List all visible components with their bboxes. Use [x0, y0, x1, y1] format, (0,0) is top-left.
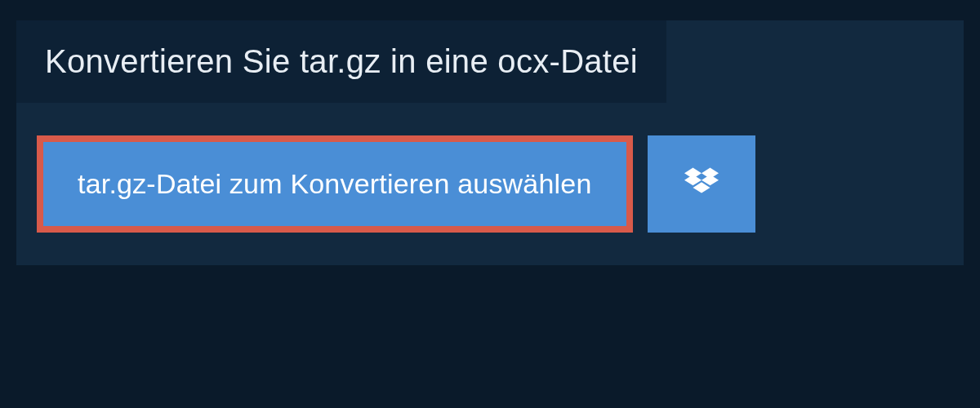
select-file-highlight: tar.gz-Datei zum Konvertieren auswählen	[37, 135, 633, 233]
file-select-row: tar.gz-Datei zum Konvertieren auswählen	[16, 103, 964, 233]
page-title: Konvertieren Sie tar.gz in eine ocx-Date…	[45, 43, 638, 80]
converter-panel: Konvertieren Sie tar.gz in eine ocx-Date…	[16, 20, 964, 265]
select-file-button[interactable]: tar.gz-Datei zum Konvertieren auswählen	[43, 142, 626, 226]
dropbox-icon	[684, 167, 719, 201]
dropbox-button[interactable]	[648, 135, 755, 233]
header-bar: Konvertieren Sie tar.gz in eine ocx-Date…	[16, 20, 666, 103]
